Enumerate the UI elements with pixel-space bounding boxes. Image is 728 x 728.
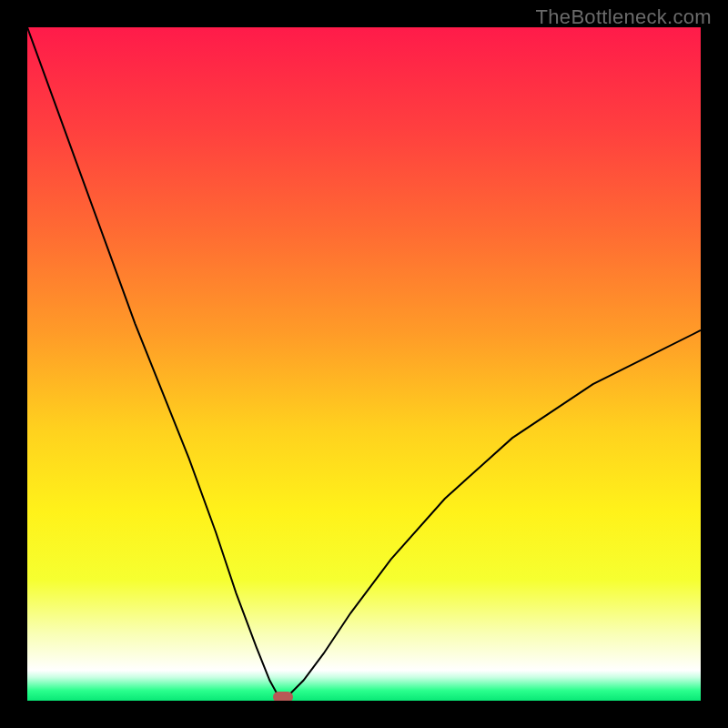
bottleneck-curve <box>27 27 701 701</box>
chart-frame: TheBottleneck.com <box>0 0 728 728</box>
watermark-text: TheBottleneck.com <box>536 5 712 29</box>
plot-area <box>27 27 701 701</box>
optimal-point-marker <box>273 692 293 701</box>
